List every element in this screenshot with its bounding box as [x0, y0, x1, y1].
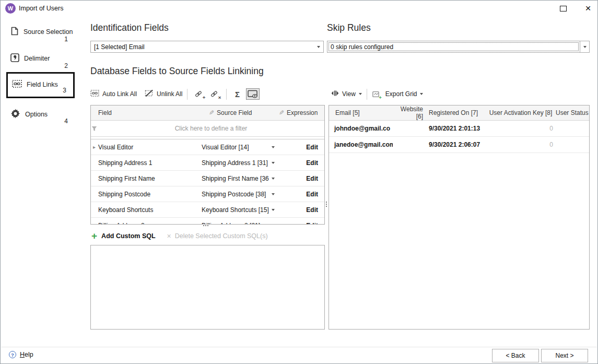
email-cell: janedoe@gmail.com: [329, 141, 393, 148]
skip-rules-value: 0 skip rules configured: [327, 41, 580, 52]
email-cell: johndoe@gmail.co: [329, 125, 393, 132]
help-button[interactable]: ? Help: [9, 351, 33, 358]
export-icon: +: [372, 88, 382, 100]
field-cell: Shipping Postcode: [98, 191, 202, 198]
remove-link-button[interactable]: ×: [208, 88, 221, 100]
source-field-dropdown[interactable]: Shipping Address 1 [31]: [202, 159, 279, 167]
sidebar-item-delimiter[interactable]: Delimiter 2: [6, 49, 75, 72]
edit-expression-link[interactable]: Edit: [306, 206, 318, 214]
column-header-source-field[interactable]: ✎ Source Field: [202, 109, 279, 116]
close-button[interactable]: ×: [580, 1, 596, 15]
document-icon: [10, 27, 19, 37]
pencil-icon: ✎: [279, 109, 284, 116]
auto-link-all-button[interactable]: Auto Link All: [90, 90, 137, 98]
view-button[interactable]: View: [331, 90, 362, 98]
edit-expression-link[interactable]: Edit: [306, 191, 318, 198]
expression-sigma-button[interactable]: Σ: [231, 88, 243, 100]
source-field-dropdown[interactable]: Shipping Postcode [38]: [202, 191, 279, 198]
registered-on-cell: 9/30/2021 2:06:07: [425, 141, 486, 148]
vertical-splitter-handle[interactable]: [326, 202, 327, 207]
field-cell: Billing Address 2: [98, 222, 202, 225]
registered-on-cell: 9/30/2021 2:01:13: [425, 125, 486, 132]
edit-expression-link[interactable]: Edit: [306, 175, 318, 182]
step-number: 4: [64, 118, 68, 125]
quote-icon: [10, 53, 19, 64]
field-links-grid: Field ✎ Source Field ✎ Expression Click …: [90, 105, 325, 225]
screen-eye-icon: [248, 90, 258, 98]
custom-sql-toolbar: + Add Custom SQL × Delete Selected Custo…: [91, 231, 268, 241]
column-header-registered-on[interactable]: Registered On [7]: [425, 109, 486, 116]
source-field-dropdown[interactable]: Visual Editor [14]: [202, 144, 279, 151]
sidebar-item-source-selection[interactable]: Source Selection 1: [6, 22, 75, 45]
field-cell: Visual Editor: [98, 144, 202, 151]
sigma-icon: Σ: [235, 90, 240, 99]
custom-sql-list[interactable]: [90, 245, 325, 330]
maximize-icon: [560, 6, 567, 11]
skip-rules-heading: Skip Rules: [327, 22, 371, 33]
source-field-dropdown[interactable]: Shipping First Name [36: [202, 175, 279, 182]
pencil-icon: ✎: [209, 109, 214, 116]
sidebar-item-label: Delimiter: [24, 55, 50, 62]
table-row[interactable]: Keyboard Shortcuts Keyboard Shortcuts [1…: [91, 202, 324, 218]
column-header-user-status[interactable]: User Status [9: [556, 109, 589, 116]
toolbar-separator: [367, 89, 367, 100]
source-field-dropdown[interactable]: Billing Address 2 [21]: [202, 222, 279, 225]
edit-expression-link[interactable]: Edit: [306, 144, 318, 151]
field-links-icon: [12, 80, 22, 89]
sidebar-item-options[interactable]: Options 4: [6, 104, 75, 127]
delete-custom-sql-button[interactable]: × Delete Selected Custom SQL(s): [167, 232, 268, 240]
activation-key-cell: 0: [486, 141, 556, 148]
next-button[interactable]: Next >: [541, 349, 588, 362]
add-custom-sql-button[interactable]: + Add Custom SQL: [91, 231, 156, 241]
x-badge: ×: [218, 95, 221, 100]
horizontal-splitter-handle[interactable]: [203, 225, 208, 226]
maximize-button[interactable]: [556, 3, 570, 14]
preview-toggle-button[interactable]: [246, 88, 260, 100]
chevron-down-icon: [420, 93, 423, 95]
column-header-activation-key[interactable]: User Activation Key [8]: [486, 109, 556, 116]
chevron-down-icon: [580, 41, 589, 52]
back-button[interactable]: < Back: [492, 349, 539, 362]
field-links-grid-header: Field ✎ Source Field ✎ Expression: [91, 105, 324, 121]
unlink-all-label: Unlink All: [157, 90, 182, 98]
source-preview-grid: Email [5] Website [6] Registered On [7] …: [329, 105, 590, 330]
toolbar-separator: [187, 89, 187, 100]
source-field-dropdown[interactable]: Keyboard Shortcuts [15]: [202, 206, 279, 214]
chevron-down-icon: [272, 162, 275, 164]
titlebar: W Import of Users ×: [1, 1, 597, 16]
table-row[interactable]: johndoe@gmail.co 9/30/2021 2:01:13 0: [329, 121, 589, 137]
column-header-email[interactable]: Email [5]: [329, 109, 393, 116]
add-link-button[interactable]: +: [192, 88, 206, 100]
edit-expression-link[interactable]: Edit: [306, 159, 318, 167]
linking-heading: Database Fields to Source Fields Linkini…: [90, 66, 264, 77]
table-row[interactable]: janedoe@gmail.com 9/30/2021 2:06:07 0: [329, 137, 589, 153]
sidebar-item-label: Options: [25, 111, 48, 118]
filter-row[interactable]: Click here to define a filter: [91, 121, 324, 137]
identification-fields-heading: Identification Fields: [90, 22, 169, 33]
unlink-icon: [145, 89, 154, 99]
linking-toolbar: Auto Link All Unlink All + × Σ: [90, 87, 260, 101]
skip-rules-dropdown[interactable]: 0 skip rules configured: [327, 41, 590, 53]
identification-fields-dropdown[interactable]: [1 Selected] Email: [90, 41, 324, 53]
column-header-field[interactable]: Field: [98, 109, 202, 116]
sidebar-item-field-links[interactable]: Field Links 3: [6, 72, 75, 98]
filter-icon: [91, 126, 98, 132]
footer-divider: [1, 347, 597, 347]
gear-icon: [10, 109, 20, 120]
edit-expression-link[interactable]: Edit: [306, 222, 318, 225]
view-columns-icon: [331, 90, 339, 98]
table-row[interactable]: ▸ Visual Editor Visual Editor [14] Edit: [91, 139, 324, 155]
column-header-expression[interactable]: ✎ Expression: [279, 109, 325, 116]
import-of-users-window: W Import of Users × Source Selection 1 D…: [0, 0, 598, 364]
sidebar-item-label: Source Selection: [24, 28, 73, 36]
identification-fields-value: [1 Selected] Email: [91, 41, 314, 52]
column-header-website[interactable]: Website [6]: [393, 105, 425, 120]
export-grid-button[interactable]: + Export Grid: [372, 88, 424, 100]
table-row[interactable]: Shipping Address 1 Shipping Address 1 [3…: [91, 155, 324, 171]
table-row[interactable]: Shipping Postcode Shipping Postcode [38]…: [91, 186, 324, 202]
table-row[interactable]: Billing Address 2 Billing Address 2 [21]…: [91, 218, 324, 225]
table-row[interactable]: Shipping First Name Shipping First Name …: [91, 171, 324, 186]
unlink-all-button[interactable]: Unlink All: [145, 89, 182, 99]
x-icon: ×: [167, 232, 171, 240]
step-number: 2: [64, 62, 68, 69]
